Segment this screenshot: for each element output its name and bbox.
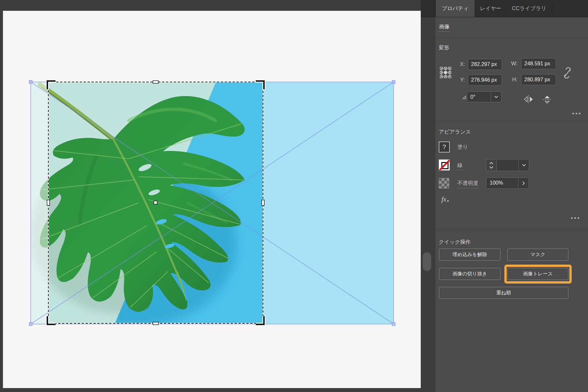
x-label: X: (456, 61, 465, 67)
more-options-icon[interactable] (571, 217, 579, 219)
panel-tab-bar: プロパティ レイヤー CCライブラリ (421, 0, 588, 17)
opacity-control[interactable]: 100% (486, 177, 529, 189)
selected-object-type[interactable]: 画像 (439, 24, 449, 32)
scrollbar-thumb[interactable] (423, 252, 431, 271)
reference-point-grid-icon[interactable] (440, 66, 451, 79)
opacity-value: 100% (486, 178, 518, 188)
stroke-weight-select[interactable] (497, 159, 529, 171)
tab-layers[interactable]: レイヤー (475, 0, 506, 17)
tab-properties[interactable]: プロパティ (435, 0, 475, 17)
unembed-button[interactable]: 埋め込みを解除 (439, 249, 500, 261)
x-input[interactable]: 282.297 px (468, 59, 502, 70)
quick-actions-header: クイック操作 (439, 239, 471, 246)
tutorial-highlight-ring (504, 265, 572, 284)
angle-value: 0° (467, 92, 491, 102)
transform-header: 変形 (439, 44, 449, 51)
stroke-label[interactable]: 線 (457, 162, 463, 170)
crop-image-button[interactable]: 画像の切り抜き (439, 268, 500, 280)
chevron-up-icon (489, 162, 494, 165)
crop-fade-right (263, 82, 394, 324)
stroke-weight-stepper[interactable] (486, 159, 497, 171)
fill-swatch[interactable]: ? (439, 141, 450, 153)
divider (435, 230, 588, 230)
w-label: W: (508, 61, 517, 67)
stroke-none-swatch[interactable] (439, 159, 450, 171)
monstera-photo (28, 79, 396, 327)
divider (435, 38, 588, 39)
fx-icon[interactable]: fx▼ (441, 195, 449, 204)
y-label: Y: (456, 77, 465, 83)
w-input[interactable]: 248.591 px (521, 58, 556, 69)
chevron-right-icon[interactable] (518, 178, 529, 188)
crop-fade-left (31, 82, 48, 324)
chevron-down-icon (489, 166, 494, 169)
h-input[interactable]: 280.897 px (521, 74, 556, 85)
flip-vertical-icon[interactable] (542, 95, 552, 104)
stroke-weight-value (497, 159, 518, 171)
mask-button[interactable]: マスク (507, 249, 568, 261)
chevron-down-icon[interactable] (491, 92, 501, 102)
artboard-canvas[interactable] (3, 11, 421, 388)
appearance-header: アピアランス (439, 129, 471, 136)
arrange-button[interactable]: 重ね順 (439, 287, 568, 299)
h-label: H: (508, 77, 517, 83)
more-options-icon[interactable] (572, 113, 580, 114)
flip-horizontal-icon[interactable] (524, 95, 533, 104)
tab-cc-libraries[interactable]: CCライブラリ (506, 0, 552, 17)
opacity-swatch[interactable] (439, 178, 449, 188)
placed-image-selection[interactable] (28, 79, 396, 327)
crop-center-handle (154, 201, 157, 204)
y-input[interactable]: 276.946 px (468, 74, 502, 86)
chevron-down-icon[interactable] (518, 159, 529, 171)
properties-panel (435, 0, 588, 392)
angle-select[interactable]: 0° (467, 91, 501, 102)
divider (435, 121, 588, 122)
unlink-icon[interactable] (562, 67, 573, 79)
fill-label[interactable]: 塗り (457, 144, 468, 151)
illustrator-window: プロパティ レイヤー CCライブラリ 画像 変形 X: 282.297 px W… (0, 0, 588, 392)
opacity-label[interactable]: 不透明度 (457, 180, 478, 188)
